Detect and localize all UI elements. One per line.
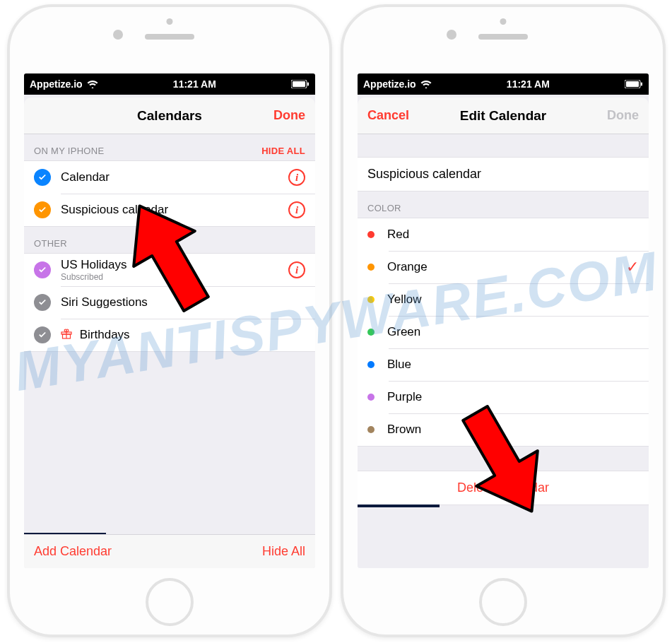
- section-header-iphone: ON MY IPHONE HIDE ALL: [24, 134, 315, 160]
- calendar-row-siri[interactable]: Siri Suggestions: [24, 286, 315, 319]
- section-label: OTHER: [34, 238, 67, 249]
- color-dot-icon: [367, 231, 375, 238]
- bottom-toolbar: Add Calendar Hide All: [24, 534, 315, 568]
- svg-rect-8: [641, 83, 642, 86]
- color-dot-icon: [367, 296, 375, 303]
- wifi-icon: [87, 80, 98, 88]
- info-icon[interactable]: i: [288, 261, 305, 278]
- screen-right: Appetize.io 11:21 AM Cancel Edit Calenda…: [358, 73, 649, 568]
- checkbox-icon[interactable]: [34, 201, 51, 218]
- section-header-other: OTHER: [24, 227, 315, 253]
- add-calendar-button[interactable]: Add Calendar: [34, 544, 112, 559]
- color-dot-icon: [367, 394, 375, 401]
- battery-icon: [625, 80, 643, 88]
- gift-icon: [61, 328, 76, 341]
- color-row-purple[interactable]: Purple: [358, 381, 649, 413]
- calendar-list-iphone: Calendar i Suspicious calendar i: [24, 160, 315, 227]
- carrier-label: Appetize.io: [30, 78, 83, 90]
- calendar-row-birthdays[interactable]: Birthdays: [24, 319, 315, 351]
- speaker-grill: [478, 34, 528, 40]
- delete-calendar-button[interactable]: Delete Calendar: [358, 471, 649, 505]
- info-icon[interactable]: i: [288, 201, 305, 218]
- home-button[interactable]: [146, 578, 194, 626]
- svg-rect-1: [293, 81, 305, 87]
- navbar-calendars: Calendars Done: [24, 98, 315, 134]
- front-camera: [447, 30, 456, 40]
- color-row-brown[interactable]: Brown: [358, 413, 649, 446]
- content-area: ON MY IPHONE HIDE ALL Calendar i Suspici…: [24, 134, 315, 568]
- checkbox-icon[interactable]: [34, 169, 51, 186]
- page-title: Calendars: [137, 108, 202, 124]
- calendar-label: Siri Suggestions: [61, 295, 305, 309]
- proximity-sensor: [500, 18, 507, 25]
- color-label: Brown: [387, 423, 639, 437]
- color-row-yellow[interactable]: Yellow: [358, 283, 649, 316]
- phone-frame-left: Appetize.io 11:21 AM Calendars Done ON M…: [7, 4, 332, 637]
- calendar-label: Suspicious calendar: [61, 203, 288, 217]
- section-header-color: COLOR: [358, 191, 649, 218]
- hide-all-button[interactable]: Hide All: [262, 544, 305, 559]
- checkbox-icon[interactable]: [34, 261, 51, 278]
- color-dot-icon: [367, 426, 375, 433]
- svg-rect-7: [626, 81, 639, 87]
- color-dot-icon: [367, 329, 375, 336]
- screen-left: Appetize.io 11:21 AM Calendars Done ON M…: [24, 73, 315, 568]
- calendar-row-suspicious[interactable]: Suspicious calendar i: [24, 194, 315, 226]
- color-row-blue[interactable]: Blue: [358, 348, 649, 381]
- done-button-disabled: Done: [597, 98, 649, 134]
- section-label: COLOR: [367, 203, 401, 213]
- calendar-label: US Holidays: [61, 258, 288, 272]
- color-row-green[interactable]: Green: [358, 316, 649, 348]
- color-label: Purple: [387, 390, 639, 404]
- hide-all-link[interactable]: HIDE ALL: [261, 146, 305, 156]
- calendar-name-cell[interactable]: [358, 157, 649, 191]
- status-bar: Appetize.io 11:21 AM: [24, 73, 315, 95]
- calendar-row-calendar[interactable]: Calendar i: [24, 161, 315, 194]
- speaker-grill: [145, 34, 194, 40]
- svg-rect-2: [307, 83, 309, 86]
- done-button[interactable]: Done: [264, 98, 315, 134]
- status-bar: Appetize.io 11:21 AM: [358, 73, 649, 95]
- phone-frame-right: Appetize.io 11:21 AM Cancel Edit Calenda…: [341, 4, 666, 637]
- content-area: COLOR Red Orange ✓ Yellow Gre: [358, 134, 649, 568]
- color-row-orange[interactable]: Orange ✓: [358, 251, 649, 283]
- color-dot-icon: [367, 264, 375, 271]
- color-row-red[interactable]: Red: [358, 218, 649, 251]
- checkbox-icon[interactable]: [34, 294, 51, 311]
- color-label: Green: [387, 325, 639, 339]
- navbar-edit: Cancel Edit Calendar Done: [358, 98, 649, 134]
- color-label: Blue: [387, 358, 639, 372]
- page-indicator: [358, 505, 440, 507]
- color-dot-icon: [367, 361, 375, 368]
- color-label: Orange: [387, 260, 626, 274]
- color-list: Red Orange ✓ Yellow Green Blue: [358, 218, 649, 447]
- color-label: Yellow: [387, 293, 639, 307]
- clock-label: 11:21 AM: [173, 78, 216, 90]
- clock-label: 11:21 AM: [507, 78, 550, 90]
- front-camera: [113, 30, 123, 40]
- home-button[interactable]: [479, 578, 527, 626]
- color-label: Red: [387, 228, 639, 242]
- wifi-icon: [420, 80, 432, 88]
- calendar-sublabel: Subscribed: [61, 272, 288, 282]
- calendar-list-other: US Holidays Subscribed i Siri Suggestion…: [24, 253, 315, 352]
- calendar-row-holidays[interactable]: US Holidays Subscribed i: [24, 254, 315, 286]
- calendar-label: Calendar: [61, 170, 288, 184]
- calendar-label: Birthdays: [61, 328, 305, 342]
- cancel-button[interactable]: Cancel: [358, 98, 419, 134]
- section-label: ON MY IPHONE: [34, 146, 104, 156]
- checkbox-icon[interactable]: [34, 326, 51, 343]
- proximity-sensor: [167, 18, 173, 25]
- page-title: Edit Calendar: [460, 108, 546, 124]
- calendar-name-field[interactable]: [358, 158, 649, 191]
- battery-icon: [291, 80, 310, 88]
- checkmark-icon: ✓: [626, 258, 639, 276]
- info-icon[interactable]: i: [288, 169, 305, 186]
- carrier-label: Appetize.io: [363, 78, 416, 90]
